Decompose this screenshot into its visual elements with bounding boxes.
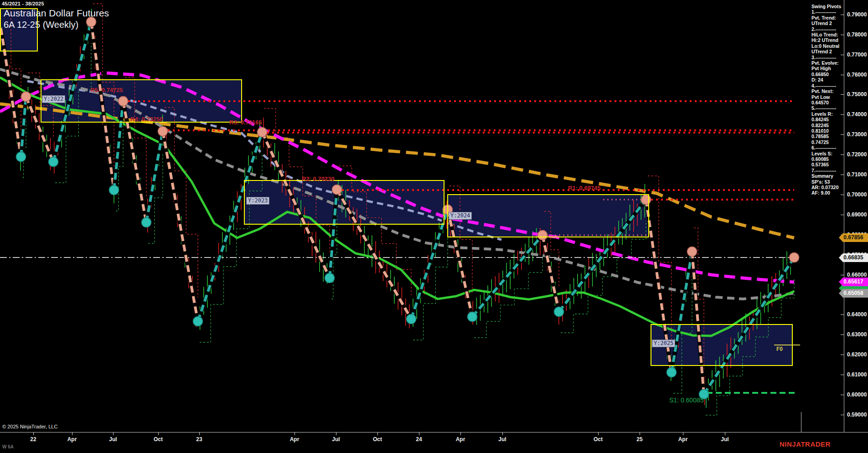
brand-logo: NINJATRADER [780,440,831,448]
swing-pivots-line: Hi:2 UTrend [811,37,843,43]
swing-pivots-panel: Swing Pivots1.-------------Pvt. Trend:UT… [811,4,843,196]
time-tick [158,432,159,435]
price-tick [841,55,844,55]
price-axis-line [844,0,844,432]
time-label-oct: Oct [154,436,163,443]
pivot-low-marker [49,157,58,167]
swing-pivots-line: 4.------------- [811,83,843,88]
swing-pivots-line: 0.64570 [811,100,843,105]
price-chart-plot[interactable] [0,0,868,453]
swing-pivots-line: 2.------------- [811,26,843,32]
time-axis-line [0,432,868,432]
price-label: 0.60000 [847,391,867,398]
price-tick [841,15,844,15]
time-tick [33,432,34,435]
price-tick [841,75,844,75]
swing-pivots-line: HiLo Trend: [811,32,843,37]
swing-pivots-line: 0.66850 [811,72,843,77]
pivot-high-marker [258,128,267,137]
red-trail-step-line [165,108,198,298]
swing-pivots-line: Lo:0 Neutral [811,43,843,49]
price-label: 0.64000 [847,311,867,318]
price-tick [841,314,844,315]
chart-subtitle: 6A 12-25 (Weekly) [4,20,78,30]
price-tick [841,215,844,215]
price-label: 0.59000 [847,412,867,418]
r3-label: R3: 0.73165 [229,119,262,126]
price-tick [841,94,844,95]
pivot-high-marker [158,127,168,136]
time-label-oct: Oct [594,436,603,443]
price-tick [841,375,844,375]
pivot-low-marker [554,307,564,317]
price-label: 0.77000 [847,51,867,58]
pivot-low-marker [109,185,119,195]
price-tick [841,175,844,175]
green-trail-step-line [413,231,448,340]
price-label: 0.62000 [847,351,867,358]
year-label-2024[interactable]: Y:2024 [449,212,472,220]
price-label: 0.71000 [847,171,867,178]
price-label: 0.76000 [847,72,867,78]
year-label-2025[interactable]: Y:2025 [652,340,675,347]
time-label-apr: Apr [678,436,688,443]
tag-last-price[interactable]: 0.66835 [839,253,868,262]
time-label-25: 25 [636,436,642,443]
time-label-jul: Jul [109,436,117,443]
time-tick [113,432,114,435]
pivot-low-marker [325,273,335,283]
time-tick [502,432,503,435]
pivot-high-marker [21,92,31,102]
s1-label: S1: 0.60085 [669,396,704,404]
time-tick [725,432,725,435]
time-tick [294,432,295,435]
f0-label: F0 [776,346,783,352]
price-tick [841,114,844,115]
price-tick [841,134,844,135]
tag-gray-ma[interactable]: 0.65058 [839,289,868,298]
r1-label: R1: 0.69745 [568,185,601,191]
price-label: 0.61000 [847,371,867,378]
time-tick [419,432,419,435]
swing-pivots-line: AR: 0.07320 [811,185,843,190]
price-label: 0.66000 [847,272,867,278]
tag-magenta-ma[interactable]: 0.65617 [839,278,868,286]
swing-pivots-line: Pvt Low [811,94,843,100]
pivot-low-marker [667,368,677,377]
pivot-low-marker [468,312,477,322]
instrument-watermark: W 6A [2,444,14,449]
swing-pivots-line: UTrend 2 [811,49,843,54]
price-label: 0.73000 [847,131,867,138]
time-tick [683,432,683,435]
price-tick [841,395,844,395]
plot-right-border [801,412,801,432]
pivot-low-marker [407,314,416,324]
price-tick [841,335,844,335]
swing-pivots-line: Pvt. Next: [811,88,843,94]
r4-label: R4: 0.73250 [130,116,163,123]
time-tick [336,432,336,435]
swing-pivots-line: 0.82245 [811,123,843,128]
time-tick [460,432,461,435]
price-label: 0.70000 [847,191,867,198]
date-range-label: 45/2021 - 38/2025 [2,1,44,6]
tag-gold-ma[interactable]: 0.67856 [839,233,868,242]
price-label: 0.74000 [847,111,867,118]
swing-pivots-line: 0.60085 [811,156,843,162]
swing-up-leg [472,235,542,317]
price-tick [841,195,844,195]
swing-pivots-line: 0.57365 [811,162,843,167]
price-label: 0.63000 [847,331,867,338]
swing-pivots-line: 0.81010 [811,128,843,134]
year-label-2022[interactable]: Y:2022 [42,95,65,103]
swing-pivots-line: AF: 9.00 [811,190,843,196]
swing-pivots-line: 0.84245 [811,117,843,122]
swing-up-leg [411,210,448,319]
price-label: 0.69000 [847,211,867,218]
price-tick [841,355,844,355]
year-label-2023[interactable]: Y:2023 [246,197,269,205]
swing-pivots-line: SP's: 53 [811,179,843,185]
pivot-low-marker [193,317,203,326]
swing-pivots-line: 3.------------- [811,55,843,60]
swing-pivots-line: Pvt High [811,66,843,71]
